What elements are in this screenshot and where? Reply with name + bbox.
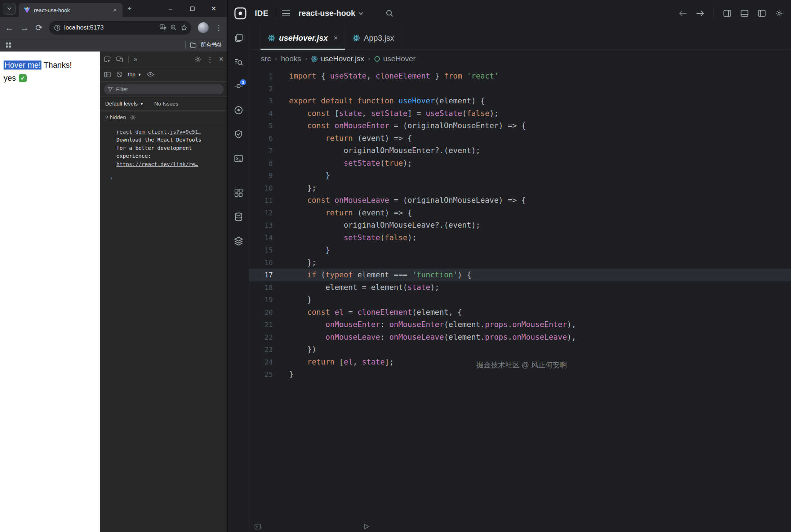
device-toolbar-icon[interactable] <box>116 56 123 63</box>
code-line[interactable]: 13 originalOnMouseLeave?.(event); <box>249 219 791 232</box>
code-line[interactable]: 14 setState(false); <box>249 232 791 244</box>
clear-console-icon[interactable] <box>116 71 123 78</box>
layout-right-panel-icon[interactable] <box>723 10 731 17</box>
commit-icon[interactable]: 3 <box>234 81 243 91</box>
reload-icon[interactable]: ⟳ <box>35 23 43 32</box>
layers-icon[interactable] <box>234 236 243 246</box>
address-bar[interactable]: localhost:5173 <box>49 21 191 35</box>
breadcrumb-hooks[interactable]: hooks <box>281 54 301 63</box>
breadcrumb-src[interactable]: src <box>261 54 271 63</box>
header-right-controls <box>679 8 783 18</box>
bottom-terminal-icon[interactable] <box>254 524 261 529</box>
code-line[interactable]: 4 const [state, setState] = useState(fal… <box>249 107 791 120</box>
code-line[interactable]: 7 originalOnMouseEnter?.(event); <box>249 144 791 157</box>
back-icon[interactable]: ← <box>5 23 14 32</box>
chevron-down-icon <box>359 12 363 15</box>
browser-menu-icon[interactable]: ⋮ <box>215 23 222 32</box>
minimize-button[interactable]: – <box>167 5 174 12</box>
bottom-run-icon[interactable] <box>364 524 369 529</box>
all-bookmarks-label[interactable]: 所有书签 <box>201 41 222 48</box>
devtools-settings-icon[interactable] <box>194 56 201 63</box>
search-everywhere-icon[interactable] <box>386 9 394 17</box>
selected-text[interactable]: Hover me! <box>4 61 41 70</box>
react-devtools-link[interactable]: https://react.dev/link/re… <box>116 161 198 167</box>
hidden-settings-gear-icon[interactable] <box>130 114 136 121</box>
live-expression-eye-icon[interactable] <box>147 71 154 78</box>
find-in-files-icon[interactable] <box>234 57 243 67</box>
bookmark-star-icon[interactable] <box>181 24 188 31</box>
breadcrumb-file[interactable]: useHover.jsx <box>311 54 364 63</box>
code-editor[interactable]: 1import { useState, cloneElement } from … <box>249 68 791 521</box>
security-shield-icon[interactable] <box>234 130 243 139</box>
thanks-text: Thanks! <box>44 61 72 70</box>
filter-input[interactable]: Filter <box>104 84 224 94</box>
code-line[interactable]: 22 onMouseLeave: onMouseLeave(element.pr… <box>249 331 791 344</box>
translate-icon[interactable] <box>160 24 166 31</box>
devtools-menu-icon[interactable]: ⋮ <box>206 55 214 64</box>
line-number: 9 <box>249 169 289 182</box>
code-line[interactable]: 6 return (event) => { <box>249 132 791 145</box>
code-line[interactable]: 20 const el = cloneElement(element, { <box>249 306 791 319</box>
code-line[interactable]: 11 const onMouseLeave = (originalOnMouse… <box>249 194 791 207</box>
database-icon[interactable] <box>234 212 243 222</box>
chevron-down-icon <box>7 7 12 10</box>
breadcrumb-symbol[interactable]: useHover <box>374 54 416 63</box>
url-text[interactable]: localhost:5173 <box>64 24 104 31</box>
issues-label[interactable]: No Issues <box>154 100 178 107</box>
code-line[interactable]: 16 }; <box>249 256 791 269</box>
code-line[interactable]: 5 const onMouseEnter = (originalOnMouseE… <box>249 120 791 132</box>
line-number: 10 <box>249 182 289 195</box>
apps-grid-icon[interactable] <box>5 42 12 48</box>
console-sidebar-icon[interactable] <box>104 71 111 78</box>
code-line[interactable]: 25} <box>249 368 791 381</box>
browser-tab[interactable]: react-use-hook × <box>19 3 123 17</box>
zoom-icon[interactable] <box>170 24 177 31</box>
plugins-grid-icon[interactable] <box>234 188 243 197</box>
context-selector[interactable]: top ▼ <box>128 71 142 77</box>
project-files-icon[interactable] <box>234 33 243 43</box>
code-line[interactable]: 1import { useState, cloneElement } from … <box>249 70 791 82</box>
code-text: return [el, state]; <box>289 356 394 368</box>
tab-usehover[interactable]: useHover.jsx × <box>260 27 345 49</box>
profile-avatar[interactable] <box>198 22 209 33</box>
code-line[interactable]: 3export default function useHover(elemen… <box>249 95 791 107</box>
terminal-icon[interactable] <box>234 154 243 163</box>
code-line[interactable]: 17 if (typeof element === 'function') { <box>249 269 791 281</box>
code-line[interactable]: 18 element = element(state); <box>249 281 791 294</box>
hamburger-menu-icon[interactable] <box>282 10 290 17</box>
code-line[interactable]: 10 }; <box>249 182 791 195</box>
forward-icon[interactable]: → <box>20 23 29 32</box>
hover-line[interactable]: Hover me! Thanks! <box>4 59 96 71</box>
console-levels-row: Default levels ▼ No Issues <box>100 97 227 111</box>
layout-left-panel-icon[interactable] <box>758 10 766 17</box>
code-line[interactable]: 9 } <box>249 169 791 182</box>
new-tab-button[interactable]: + <box>125 5 134 13</box>
source-link[interactable]: react-dom client.js?v=9e51… <box>116 129 201 135</box>
tab-search-button[interactable] <box>3 3 16 15</box>
log-levels-dropdown[interactable]: Default levels ▼ <box>105 100 144 107</box>
navigate-forward-icon[interactable] <box>696 10 704 17</box>
console-prompt-chevron[interactable]: › <box>110 174 222 183</box>
layout-bottom-panel-icon[interactable] <box>741 10 748 17</box>
ide-settings-gear-icon[interactable] <box>775 9 783 17</box>
tab-app3[interactable]: App3.jsx <box>345 27 401 49</box>
close-window-button[interactable]: ✕ <box>210 5 217 12</box>
code-line[interactable]: 19 } <box>249 294 791 306</box>
code-line[interactable]: 23 }) <box>249 343 791 356</box>
code-line[interactable]: 2 <box>249 82 791 95</box>
site-info-icon[interactable] <box>54 24 61 31</box>
code-line[interactable]: 12 return (event) => { <box>249 207 791 219</box>
tab-close-icon[interactable]: × <box>111 6 119 14</box>
hidden-count-label[interactable]: 2 hidden <box>105 114 126 120</box>
maximize-button[interactable] <box>188 5 196 12</box>
tab-close-icon[interactable]: × <box>334 34 338 42</box>
code-line[interactable]: 15 } <box>249 244 791 256</box>
project-selector[interactable]: react-use-hook <box>298 9 363 18</box>
more-panels-icon[interactable]: » <box>134 55 137 63</box>
inspect-element-icon[interactable] <box>104 56 111 63</box>
devtools-close-icon[interactable]: ✕ <box>219 55 224 63</box>
code-review-eye-icon[interactable] <box>234 106 243 115</box>
code-line[interactable]: 21 onMouseEnter: onMouseEnter(element.pr… <box>249 318 791 331</box>
navigate-back-icon[interactable] <box>679 10 687 17</box>
code-line[interactable]: 8 setState(true); <box>249 157 791 170</box>
